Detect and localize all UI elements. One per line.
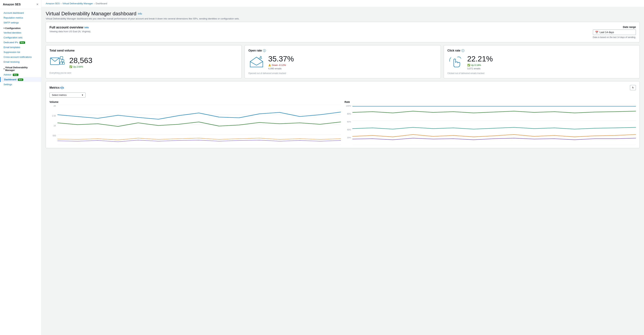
svg-rect-2 <box>62 60 64 62</box>
new-badge: New <box>20 42 25 44</box>
sidebar-item-dedicated-ips[interactable]: Dedicated IPs New <box>0 40 41 45</box>
sidebar-navigation: Account dashboard Reputation metrics SMT… <box>0 9 41 88</box>
metric-trend-click: ✅ Up 0.18% <box>467 64 636 67</box>
calendar-icon: 📅 <box>595 31 598 34</box>
overview-card-inner: Full account overview Info Viewing data … <box>46 22 640 42</box>
charts-title: Metrics Info <box>50 86 64 89</box>
volume-chart-section: Volume 2K 1.5K 1K 500 <box>50 101 341 144</box>
breadcrumb-sep-2: › <box>94 3 95 5</box>
sidebar: Amazon SES × Account dashboard Reputatio… <box>0 0 42 335</box>
email-send-icon <box>50 55 66 70</box>
metric-trend-open: ⚠️ Down -0.12% <box>268 64 437 67</box>
metric-value-open: 35.37% <box>268 55 437 63</box>
metric-card-send-volume: Total send volume <box>46 45 242 78</box>
breadcrumb-sep-1: › <box>61 3 62 5</box>
svg-line-7 <box>259 58 262 59</box>
section-label-vdm: Virtual Deliverability Manager <box>5 66 38 72</box>
sidebar-item-suppression-list[interactable]: Suppression list <box>0 50 41 55</box>
rate-chart-area: 100% 80% 60% 40% 20% <box>344 105 636 144</box>
metrics-row: Total send volume <box>46 45 640 78</box>
chevron-down-icon: ▾ <box>4 27 4 29</box>
dropdown-chevron-icon: ▾ <box>82 94 83 96</box>
page-title: Virtual Deliverability Manager dashboard… <box>46 11 640 17</box>
overview-title: Full account overview Info <box>50 26 91 29</box>
select-metrics-dropdown[interactable]: Select metrics ▾ <box>50 92 86 98</box>
rate-chart-label: Rate <box>344 101 636 103</box>
metric-footer-click: Clicked out of delivered emails tracked <box>448 72 636 75</box>
app-title: Amazon SES <box>3 3 21 6</box>
check-circle-icon-2: ✅ <box>467 64 470 67</box>
metric-value-area-open: 35.37% ⚠️ Down -0.12% 4,990 emails <box>268 55 437 70</box>
date-hint: Data is based on the last 14 days of sen… <box>593 36 636 39</box>
overview-info-link[interactable]: Info <box>84 26 89 29</box>
metric-value-area-click: 22.21% ✅ Up 0.18% 3,071 emails <box>467 55 636 70</box>
sidebar-item-email-receiving[interactable]: Email receiving <box>0 60 41 64</box>
sidebar-section-configuration[interactable]: ▾ Configuration <box>0 25 41 30</box>
click-icon <box>448 55 464 70</box>
metric-title-click-rate: Click rate i <box>448 49 636 52</box>
sidebar-item-dashboard[interactable]: Dashboard New <box>0 77 41 82</box>
svg-rect-1 <box>60 57 63 59</box>
charts-container: Volume 2K 1.5K 1K 500 <box>50 101 636 144</box>
open-rate-info-link[interactable]: i <box>263 49 266 52</box>
metric-footer-volume: Everything you've sent <box>50 72 238 74</box>
breadcrumb-current: Dashboard <box>96 2 107 5</box>
sidebar-item-settings[interactable]: Settings <box>0 82 41 87</box>
volume-chart-plot <box>58 105 341 144</box>
refresh-button[interactable]: ↻ <box>630 85 636 90</box>
page-info-link[interactable]: Info <box>138 12 142 15</box>
sidebar-item-configuration-sets[interactable]: Configuration sets <box>0 35 41 40</box>
metric-trend-volume: ✅ Up 2.64% <box>69 65 238 68</box>
breadcrumb-ses[interactable]: Amazon SES <box>46 2 60 5</box>
volume-y-axis: 2K 1.5K 1K 500 <box>50 105 57 144</box>
sidebar-item-advisor[interactable]: Advisor New <box>0 72 41 77</box>
warning-icon: ⚠️ <box>268 64 271 67</box>
metric-value-volume: 28,563 <box>69 57 238 64</box>
overview-card: Full account overview Info Viewing data … <box>46 22 640 42</box>
section-label: Configuration <box>5 27 20 30</box>
metric-value-area-volume: 28,563 ✅ Up 2.64% <box>69 57 238 68</box>
charts-info-link[interactable]: Info <box>61 86 64 89</box>
sidebar-close-button[interactable]: × <box>36 3 38 6</box>
metric-card-open-rate: Open rate i <box>244 45 440 78</box>
metric-body-open-rate: 35.37% ⚠️ Down -0.12% 4,990 emails <box>248 55 437 70</box>
overview-left: Full account overview Info Viewing data … <box>50 26 91 33</box>
sidebar-section-vdm[interactable]: ▾ Virtual Deliverability Manager <box>0 64 41 72</box>
svg-rect-3 <box>60 62 62 64</box>
metric-title-send-volume: Total send volume <box>50 49 238 52</box>
check-circle-icon: ✅ <box>69 65 72 68</box>
date-range-select[interactable]: 📅 Last 14 days <box>593 30 636 35</box>
charts-header: Metrics Info ↻ <box>50 85 636 90</box>
sidebar-item-reputation-metrics[interactable]: Reputation metrics <box>0 15 41 20</box>
rate-chart-plot <box>352 105 636 144</box>
breadcrumb-vdm[interactable]: Virtual Deliverability Manager <box>62 2 93 5</box>
advisor-new-badge: New <box>13 74 18 76</box>
page-header: Virtual Deliverability Manager dashboard… <box>42 7 644 22</box>
dashboard-new-badge: New <box>18 79 24 81</box>
date-range-label: Date range <box>593 26 636 29</box>
select-metrics-label: Select metrics <box>52 94 66 96</box>
metric-body-send-volume: 28,563 ✅ Up 2.64% <box>50 55 238 70</box>
metric-body-click-rate: 22.21% ✅ Up 0.18% 3,071 emails <box>448 55 636 70</box>
overview-subtitle: Viewing data from US East (N. Virginia). <box>50 30 91 33</box>
volume-chart-label: Volume <box>50 101 341 103</box>
sidebar-item-cross-account[interactable]: Cross-account notifications <box>0 55 41 60</box>
metric-value-click: 22.21% <box>467 55 636 63</box>
rate-y-axis: 100% 80% 60% 40% 20% <box>344 105 352 144</box>
chevron-down-icon-2: ▾ <box>4 68 4 70</box>
content-area: Full account overview Info Viewing data … <box>42 22 644 153</box>
metric-card-click-rate: Click rate i 22.21% <box>444 45 640 78</box>
email-open-icon <box>248 55 264 70</box>
click-rate-info-link[interactable]: i <box>462 49 464 52</box>
breadcrumb: Amazon SES › Virtual Deliverability Mana… <box>42 0 644 7</box>
metric-title-open-rate: Open rate i <box>248 49 437 52</box>
sidebar-item-email-templates[interactable]: Email templates <box>0 45 41 50</box>
charts-card: Metrics Info ↻ Select metrics ▾ Volume <box>46 81 640 148</box>
sidebar-item-account-dashboard[interactable]: Account dashboard <box>0 11 41 15</box>
sidebar-item-smtp-settings[interactable]: SMTP settings <box>0 20 41 25</box>
rate-chart-section: Rate 100% 80% 60% 40% 20% <box>344 101 636 144</box>
metric-sub-click: 3,071 emails <box>467 67 636 70</box>
date-range-section: Date range 📅 Last 14 days Data is based … <box>593 26 636 39</box>
sidebar-item-verified-identities[interactable]: Verified identities <box>0 30 41 35</box>
svg-rect-4 <box>62 62 64 64</box>
